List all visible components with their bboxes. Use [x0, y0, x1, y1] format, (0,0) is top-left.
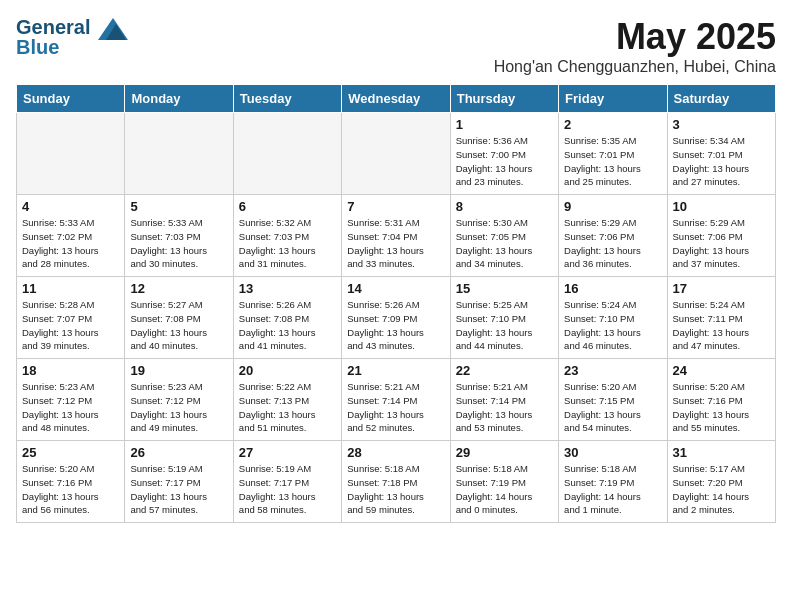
- day-info: Sunrise: 5:24 AM Sunset: 7:11 PM Dayligh…: [673, 298, 770, 353]
- day-info: Sunrise: 5:24 AM Sunset: 7:10 PM Dayligh…: [564, 298, 661, 353]
- day-number: 4: [22, 199, 119, 214]
- calendar-cell: 16Sunrise: 5:24 AM Sunset: 7:10 PM Dayli…: [559, 277, 667, 359]
- calendar-week-row: 18Sunrise: 5:23 AM Sunset: 7:12 PM Dayli…: [17, 359, 776, 441]
- day-info: Sunrise: 5:35 AM Sunset: 7:01 PM Dayligh…: [564, 134, 661, 189]
- calendar-cell: 9Sunrise: 5:29 AM Sunset: 7:06 PM Daylig…: [559, 195, 667, 277]
- day-number: 1: [456, 117, 553, 132]
- calendar-cell: 15Sunrise: 5:25 AM Sunset: 7:10 PM Dayli…: [450, 277, 558, 359]
- day-info: Sunrise: 5:28 AM Sunset: 7:07 PM Dayligh…: [22, 298, 119, 353]
- header: General Blue May 2025 Hong'an Chengguanz…: [16, 16, 776, 76]
- calendar-cell: 5Sunrise: 5:33 AM Sunset: 7:03 PM Daylig…: [125, 195, 233, 277]
- calendar-cell: 20Sunrise: 5:22 AM Sunset: 7:13 PM Dayli…: [233, 359, 341, 441]
- day-info: Sunrise: 5:21 AM Sunset: 7:14 PM Dayligh…: [347, 380, 444, 435]
- day-number: 18: [22, 363, 119, 378]
- day-info: Sunrise: 5:33 AM Sunset: 7:02 PM Dayligh…: [22, 216, 119, 271]
- calendar-cell: 13Sunrise: 5:26 AM Sunset: 7:08 PM Dayli…: [233, 277, 341, 359]
- day-info: Sunrise: 5:26 AM Sunset: 7:09 PM Dayligh…: [347, 298, 444, 353]
- calendar-cell: 25Sunrise: 5:20 AM Sunset: 7:16 PM Dayli…: [17, 441, 125, 523]
- day-number: 11: [22, 281, 119, 296]
- day-number: 21: [347, 363, 444, 378]
- calendar-cell: [17, 113, 125, 195]
- weekday-header-monday: Monday: [125, 85, 233, 113]
- weekday-header-friday: Friday: [559, 85, 667, 113]
- day-number: 23: [564, 363, 661, 378]
- weekday-header-sunday: Sunday: [17, 85, 125, 113]
- calendar-cell: 11Sunrise: 5:28 AM Sunset: 7:07 PM Dayli…: [17, 277, 125, 359]
- day-number: 2: [564, 117, 661, 132]
- calendar-cell: 12Sunrise: 5:27 AM Sunset: 7:08 PM Dayli…: [125, 277, 233, 359]
- day-number: 19: [130, 363, 227, 378]
- calendar-cell: 14Sunrise: 5:26 AM Sunset: 7:09 PM Dayli…: [342, 277, 450, 359]
- day-number: 20: [239, 363, 336, 378]
- day-info: Sunrise: 5:33 AM Sunset: 7:03 PM Dayligh…: [130, 216, 227, 271]
- day-info: Sunrise: 5:20 AM Sunset: 7:15 PM Dayligh…: [564, 380, 661, 435]
- day-number: 24: [673, 363, 770, 378]
- day-number: 3: [673, 117, 770, 132]
- day-number: 27: [239, 445, 336, 460]
- day-info: Sunrise: 5:34 AM Sunset: 7:01 PM Dayligh…: [673, 134, 770, 189]
- weekday-header-thursday: Thursday: [450, 85, 558, 113]
- day-info: Sunrise: 5:23 AM Sunset: 7:12 PM Dayligh…: [130, 380, 227, 435]
- calendar-cell: 19Sunrise: 5:23 AM Sunset: 7:12 PM Dayli…: [125, 359, 233, 441]
- day-number: 14: [347, 281, 444, 296]
- day-info: Sunrise: 5:18 AM Sunset: 7:19 PM Dayligh…: [456, 462, 553, 517]
- day-number: 5: [130, 199, 227, 214]
- day-info: Sunrise: 5:29 AM Sunset: 7:06 PM Dayligh…: [564, 216, 661, 271]
- day-number: 10: [673, 199, 770, 214]
- day-number: 13: [239, 281, 336, 296]
- day-number: 31: [673, 445, 770, 460]
- calendar-cell: 17Sunrise: 5:24 AM Sunset: 7:11 PM Dayli…: [667, 277, 775, 359]
- day-number: 26: [130, 445, 227, 460]
- logo-icon: [98, 18, 128, 40]
- calendar-cell: 27Sunrise: 5:19 AM Sunset: 7:17 PM Dayli…: [233, 441, 341, 523]
- day-number: 28: [347, 445, 444, 460]
- day-info: Sunrise: 5:20 AM Sunset: 7:16 PM Dayligh…: [673, 380, 770, 435]
- calendar-week-row: 1Sunrise: 5:36 AM Sunset: 7:00 PM Daylig…: [17, 113, 776, 195]
- day-info: Sunrise: 5:22 AM Sunset: 7:13 PM Dayligh…: [239, 380, 336, 435]
- calendar-cell: 2Sunrise: 5:35 AM Sunset: 7:01 PM Daylig…: [559, 113, 667, 195]
- day-info: Sunrise: 5:27 AM Sunset: 7:08 PM Dayligh…: [130, 298, 227, 353]
- calendar: SundayMondayTuesdayWednesdayThursdayFrid…: [16, 84, 776, 523]
- day-number: 7: [347, 199, 444, 214]
- day-number: 16: [564, 281, 661, 296]
- calendar-cell: 28Sunrise: 5:18 AM Sunset: 7:18 PM Dayli…: [342, 441, 450, 523]
- calendar-cell: 10Sunrise: 5:29 AM Sunset: 7:06 PM Dayli…: [667, 195, 775, 277]
- calendar-cell: 22Sunrise: 5:21 AM Sunset: 7:14 PM Dayli…: [450, 359, 558, 441]
- calendar-cell: 26Sunrise: 5:19 AM Sunset: 7:17 PM Dayli…: [125, 441, 233, 523]
- calendar-week-row: 4Sunrise: 5:33 AM Sunset: 7:02 PM Daylig…: [17, 195, 776, 277]
- calendar-header-row: SundayMondayTuesdayWednesdayThursdayFrid…: [17, 85, 776, 113]
- day-number: 8: [456, 199, 553, 214]
- day-info: Sunrise: 5:19 AM Sunset: 7:17 PM Dayligh…: [130, 462, 227, 517]
- day-info: Sunrise: 5:26 AM Sunset: 7:08 PM Dayligh…: [239, 298, 336, 353]
- weekday-header-wednesday: Wednesday: [342, 85, 450, 113]
- calendar-cell: 8Sunrise: 5:30 AM Sunset: 7:05 PM Daylig…: [450, 195, 558, 277]
- calendar-week-row: 25Sunrise: 5:20 AM Sunset: 7:16 PM Dayli…: [17, 441, 776, 523]
- day-number: 12: [130, 281, 227, 296]
- day-info: Sunrise: 5:21 AM Sunset: 7:14 PM Dayligh…: [456, 380, 553, 435]
- calendar-cell: 6Sunrise: 5:32 AM Sunset: 7:03 PM Daylig…: [233, 195, 341, 277]
- day-info: Sunrise: 5:25 AM Sunset: 7:10 PM Dayligh…: [456, 298, 553, 353]
- day-number: 25: [22, 445, 119, 460]
- calendar-cell: 23Sunrise: 5:20 AM Sunset: 7:15 PM Dayli…: [559, 359, 667, 441]
- weekday-header-tuesday: Tuesday: [233, 85, 341, 113]
- calendar-cell: [342, 113, 450, 195]
- weekday-header-saturday: Saturday: [667, 85, 775, 113]
- day-number: 6: [239, 199, 336, 214]
- calendar-cell: 1Sunrise: 5:36 AM Sunset: 7:00 PM Daylig…: [450, 113, 558, 195]
- calendar-cell: 3Sunrise: 5:34 AM Sunset: 7:01 PM Daylig…: [667, 113, 775, 195]
- calendar-cell: 18Sunrise: 5:23 AM Sunset: 7:12 PM Dayli…: [17, 359, 125, 441]
- day-info: Sunrise: 5:31 AM Sunset: 7:04 PM Dayligh…: [347, 216, 444, 271]
- day-number: 17: [673, 281, 770, 296]
- day-number: 15: [456, 281, 553, 296]
- month-title: May 2025: [494, 16, 776, 58]
- day-number: 29: [456, 445, 553, 460]
- day-number: 22: [456, 363, 553, 378]
- calendar-cell: 21Sunrise: 5:21 AM Sunset: 7:14 PM Dayli…: [342, 359, 450, 441]
- calendar-cell: [233, 113, 341, 195]
- location-title: Hong'an Chengguanzhen, Hubei, China: [494, 58, 776, 76]
- day-info: Sunrise: 5:29 AM Sunset: 7:06 PM Dayligh…: [673, 216, 770, 271]
- calendar-cell: 29Sunrise: 5:18 AM Sunset: 7:19 PM Dayli…: [450, 441, 558, 523]
- logo: General Blue: [16, 16, 128, 59]
- calendar-cell: 7Sunrise: 5:31 AM Sunset: 7:04 PM Daylig…: [342, 195, 450, 277]
- day-info: Sunrise: 5:23 AM Sunset: 7:12 PM Dayligh…: [22, 380, 119, 435]
